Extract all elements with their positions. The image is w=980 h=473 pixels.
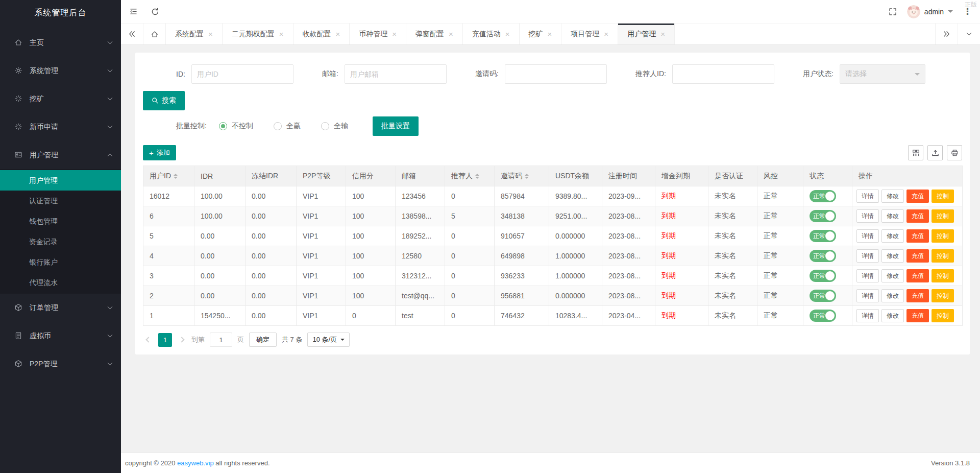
referrer-id-input[interactable] [672,64,774,84]
tab-home[interactable] [143,23,166,44]
control-button[interactable]: 控制 [932,309,954,322]
sidebar-subitem[interactable]: 用户管理 [0,170,121,191]
tab-item[interactable]: 收款配置× [293,23,350,44]
status-toggle[interactable]: 正常 [810,230,836,242]
recharge-button[interactable]: 充值 [906,190,929,203]
close-icon[interactable]: × [604,30,608,38]
sidebar-item[interactable]: 新币申请 [0,113,121,141]
sidebar-item[interactable]: 主页 [0,29,121,57]
close-icon[interactable]: × [279,30,284,38]
add-button[interactable]: + 添加 [143,145,176,160]
close-icon[interactable]: × [505,30,510,38]
recharge-button[interactable]: 充值 [906,289,929,302]
recharge-button[interactable]: 充值 [906,209,929,223]
recharge-button[interactable]: 充值 [906,229,929,243]
tab-item[interactable]: 充值活动× [463,23,520,44]
detail-button[interactable]: 详情 [856,209,879,223]
recharge-button[interactable]: 充值 [906,249,929,263]
next-page-button[interactable] [177,333,186,347]
collapse-sidebar-icon[interactable] [129,8,138,15]
export-icon[interactable] [927,145,943,160]
sidebar-subitem[interactable]: 代理流水 [0,272,121,293]
detail-button[interactable]: 详情 [856,190,879,203]
page-size-select[interactable]: 10 条/页 [307,333,350,347]
detail-button[interactable]: 详情 [856,309,879,322]
easyweb-link[interactable]: easyweb.vip [177,459,214,467]
columns-icon[interactable] [908,145,923,160]
edit-button[interactable]: 修改 [881,190,904,203]
control-button[interactable]: 控制 [932,229,954,243]
control-button[interactable]: 控制 [932,269,954,282]
status-toggle[interactable]: 正常 [810,250,836,262]
detail-button[interactable]: 详情 [856,249,879,263]
edit-button[interactable]: 修改 [881,289,904,302]
detail-button[interactable]: 详情 [856,229,879,243]
close-icon[interactable]: × [449,30,453,38]
more-menu-icon[interactable]: ⋮ [963,6,972,17]
status-toggle[interactable]: 正常 [810,270,836,282]
confirm-page-button[interactable]: 确定 [249,333,277,347]
search-button[interactable]: 搜索 [143,91,185,110]
tabs-scroll-right-button[interactable] [935,23,958,44]
print-icon[interactable] [947,145,962,160]
radio-all-lose[interactable]: 全输 [321,122,348,131]
sidebar-item[interactable]: 虚拟币 [0,322,121,350]
sidebar-subitem[interactable]: 认证管理 [0,191,121,211]
sidebar-item[interactable]: P2P管理 [0,350,121,378]
close-icon[interactable]: × [660,30,665,38]
close-icon[interactable]: × [392,30,397,38]
sort-icon[interactable] [174,172,178,181]
close-icon[interactable]: × [548,30,552,38]
tabs-scroll-left-button[interactable] [121,23,143,44]
user-id-input[interactable] [191,64,293,84]
sidebar-item[interactable]: 挖矿 [0,85,121,113]
sidebar-subitem[interactable]: 钱包管理 [0,211,121,231]
sort-icon[interactable] [525,172,529,181]
radio-no-control[interactable]: 不控制 [219,122,253,131]
current-page[interactable]: 1 [158,333,172,347]
status-toggle[interactable]: 正常 [810,190,836,202]
close-icon[interactable]: × [208,30,213,38]
status-toggle[interactable]: 正常 [810,290,836,302]
detail-button[interactable]: 详情 [856,289,879,302]
prev-page-button[interactable] [144,333,153,347]
tab-item[interactable]: 二元期权配置× [223,23,293,44]
recharge-button[interactable]: 充值 [906,269,929,282]
edit-button[interactable]: 修改 [881,269,904,282]
sidebar-item[interactable]: 用户管理 [0,141,121,169]
edit-button[interactable]: 修改 [881,309,904,322]
edit-button[interactable]: 修改 [881,209,904,223]
close-icon[interactable]: × [336,30,340,38]
status-toggle[interactable]: 正常 [810,310,836,322]
sidebar-item[interactable]: 系统管理 [0,57,121,85]
tab-item[interactable]: 系统配置× [166,23,223,44]
email-input[interactable] [345,64,447,84]
control-button[interactable]: 控制 [932,249,954,263]
page-number-input[interactable] [210,333,232,347]
tab-item[interactable]: 挖矿× [520,23,562,44]
detail-button[interactable]: 详情 [856,269,879,282]
user-status-select[interactable]: 请选择 [840,64,925,84]
fullscreen-icon[interactable] [889,8,897,16]
sidebar-subitem[interactable]: 银行账户 [0,252,121,272]
recharge-button[interactable]: 充值 [906,309,929,322]
edit-button[interactable]: 修改 [881,249,904,263]
tab-item[interactable]: 币种管理× [350,23,406,44]
status-toggle[interactable]: 正常 [810,210,836,222]
edit-button[interactable]: 修改 [881,229,904,243]
control-button[interactable]: 控制 [932,190,954,203]
tab-item[interactable]: 弹窗配置× [406,23,463,44]
sidebar-item[interactable]: 订单管理 [0,294,121,322]
radio-all-win[interactable]: 全赢 [274,122,301,131]
control-button[interactable]: 控制 [932,289,954,302]
tabs-menu-button[interactable] [958,23,980,44]
tab-item[interactable]: 项目管理× [561,23,618,44]
tab-item[interactable]: 用户管理× [618,23,675,44]
refresh-icon[interactable] [151,8,159,16]
user-menu[interactable]: admin [907,5,953,18]
sort-icon[interactable] [475,172,479,181]
control-button[interactable]: 控制 [932,209,954,223]
batch-set-button[interactable]: 批量设置 [373,116,419,136]
sidebar-subitem[interactable]: 资金记录 [0,231,121,252]
invite-code-input[interactable] [505,64,607,84]
